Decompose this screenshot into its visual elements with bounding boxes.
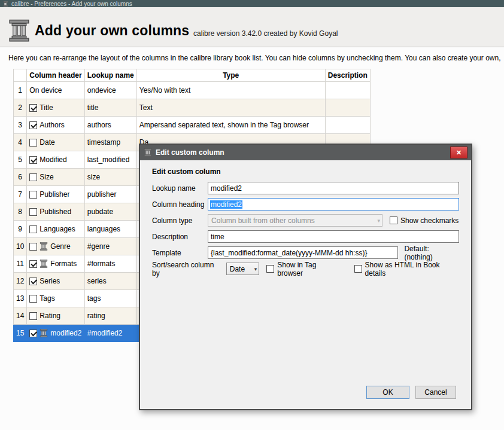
show-in-tag-browser-option[interactable]: Show in Tag browser <box>266 261 341 277</box>
column-header-cell[interactable]: Formats <box>27 255 84 273</box>
column-visible-checkbox[interactable] <box>29 225 37 233</box>
row-number[interactable]: 2 <box>14 99 27 117</box>
column-visible-checkbox[interactable] <box>29 104 37 112</box>
ok-button[interactable]: OK <box>366 386 409 399</box>
column-visible-checkbox[interactable] <box>29 156 37 164</box>
template-default-hint: Default: (nothing) <box>404 245 459 261</box>
table-row[interactable]: 3 Authors authors Ampersand separated te… <box>14 117 371 134</box>
lookup-name-cell[interactable]: publisher <box>84 186 136 203</box>
lookup-name-cell[interactable]: last_modified <box>84 151 136 169</box>
column-header-cell[interactable]: Languages <box>27 221 84 238</box>
lookup-name-cell[interactable]: series <box>84 273 136 290</box>
column-header-cell[interactable]: Published <box>27 203 84 221</box>
column-visible-checkbox[interactable] <box>29 312 37 320</box>
column-visible-checkbox[interactable] <box>29 173 37 181</box>
header-type[interactable]: Type <box>136 69 325 82</box>
column-description-cell[interactable] <box>325 99 370 117</box>
header-lookup-name[interactable]: Lookup name <box>84 69 136 82</box>
column-header-cell[interactable]: On device <box>27 82 84 99</box>
sort-column-dropdown[interactable]: Date ▾ <box>226 263 260 275</box>
template-label: Template <box>152 249 208 257</box>
lookup-name-cell[interactable]: timestamp <box>84 134 136 151</box>
column-type-cell[interactable]: Text <box>136 99 325 117</box>
row-number[interactable]: 13 <box>14 290 27 307</box>
row-number[interactable]: 4 <box>14 134 27 151</box>
column-header-cell[interactable]: modified2 <box>27 325 84 342</box>
header-description[interactable]: Description <box>325 69 370 82</box>
column-visible-checkbox[interactable] <box>29 260 37 268</box>
main-titlebar[interactable]: calibre - Preferences - Add your own col… <box>0 0 504 7</box>
row-number[interactable]: 3 <box>14 117 27 134</box>
row-number[interactable]: 5 <box>14 151 27 169</box>
lookup-name-cell[interactable]: ondevice <box>84 82 136 99</box>
lookup-name-cell[interactable]: pubdate <box>84 203 136 221</box>
page-title: Add your own columns <box>35 23 189 39</box>
show-checkmarks-option[interactable]: Show checkmarks <box>390 216 459 225</box>
column-visible-checkbox[interactable] <box>29 208 37 216</box>
table-row[interactable]: 2 Title title Text <box>14 99 371 117</box>
lookup-name-cell[interactable]: authors <box>84 117 136 134</box>
column-header-cell[interactable]: Size <box>27 169 84 186</box>
row-number[interactable]: 12 <box>14 273 27 290</box>
close-button[interactable]: ✕ <box>450 147 467 158</box>
lookup-name-cell[interactable]: size <box>84 169 136 186</box>
column-description-cell[interactable] <box>325 82 370 99</box>
column-header-label: Series <box>40 277 60 285</box>
column-header-cell[interactable]: Publisher <box>27 186 84 203</box>
column-header-cell[interactable]: Genre <box>27 238 84 255</box>
column-visible-checkbox[interactable] <box>29 277 37 285</box>
show-in-tag-browser-checkbox[interactable] <box>266 265 274 273</box>
cancel-button[interactable]: Cancel <box>415 386 456 399</box>
template-row: Template Default: (nothing) <box>152 246 459 259</box>
column-visible-checkbox[interactable] <box>29 139 37 147</box>
lookup-name-cell[interactable]: #modified2 <box>84 325 136 342</box>
show-as-html-checkbox[interactable] <box>354 265 362 273</box>
main-window-title: calibre - Preferences - Add your own col… <box>11 1 132 7</box>
show-as-html-option[interactable]: Show as HTML in Book details <box>354 261 459 277</box>
lookup-name-cell[interactable]: languages <box>84 221 136 238</box>
row-number[interactable]: 10 <box>14 238 27 255</box>
lookup-name-input[interactable] <box>208 182 459 194</box>
column-header-cell[interactable]: Tags <box>27 290 84 307</box>
column-header-cell[interactable]: Title <box>27 99 84 117</box>
row-number[interactable]: 14 <box>14 307 27 325</box>
column-header-cell[interactable]: Series <box>27 273 84 290</box>
row-number[interactable]: 6 <box>14 169 27 186</box>
column-header-cell[interactable]: Rating <box>27 307 84 325</box>
column-type-dropdown: Column built from other columns ▾ <box>208 214 382 227</box>
description-input[interactable] <box>208 230 459 243</box>
column-header-cell[interactable]: Date <box>27 134 84 151</box>
row-number[interactable]: 7 <box>14 186 27 203</box>
column-visible-checkbox[interactable] <box>29 191 37 199</box>
column-visible-checkbox[interactable] <box>29 243 37 251</box>
row-number[interactable]: 1 <box>14 82 27 99</box>
header-num[interactable] <box>14 69 27 82</box>
header-column-header[interactable]: Column header <box>27 69 84 82</box>
show-checkmarks-checkbox[interactable] <box>390 216 397 224</box>
lookup-name-cell[interactable]: #genre <box>84 238 136 255</box>
column-header-label: Published <box>40 208 71 216</box>
column-description-cell[interactable] <box>325 117 370 134</box>
column-header-cell[interactable]: Modified <box>27 151 84 169</box>
row-number[interactable]: 9 <box>14 221 27 238</box>
row-number[interactable]: 11 <box>14 255 27 273</box>
column-type-cell[interactable]: Ampersand separated text, shown in the T… <box>136 117 325 134</box>
column-type-cell[interactable]: Yes/No with text <box>136 82 325 99</box>
row-number[interactable]: 8 <box>14 203 27 221</box>
lookup-name-cell[interactable]: tags <box>84 290 136 307</box>
lookup-name-cell[interactable]: rating <box>84 307 136 325</box>
column-visible-checkbox[interactable] <box>29 121 37 129</box>
description-label: Description <box>152 233 208 241</box>
column-header-cell[interactable]: Authors <box>27 117 84 134</box>
template-input[interactable] <box>208 246 398 259</box>
lookup-name-cell[interactable]: #formats <box>84 255 136 273</box>
column-header-label: modified2 <box>50 329 81 337</box>
dialog-titlebar[interactable]: Edit custom column ✕ <box>140 145 471 160</box>
lookup-name-cell[interactable]: title <box>84 99 136 117</box>
row-number[interactable]: 15 <box>14 325 27 342</box>
column-heading-input[interactable]: modified2 <box>208 198 459 211</box>
column-visible-checkbox[interactable] <box>29 330 37 337</box>
column-visible-checkbox[interactable] <box>29 295 37 303</box>
table-row[interactable]: 1 On device ondevice Yes/No with text <box>14 82 371 99</box>
column-header-label: Modified <box>40 155 66 164</box>
